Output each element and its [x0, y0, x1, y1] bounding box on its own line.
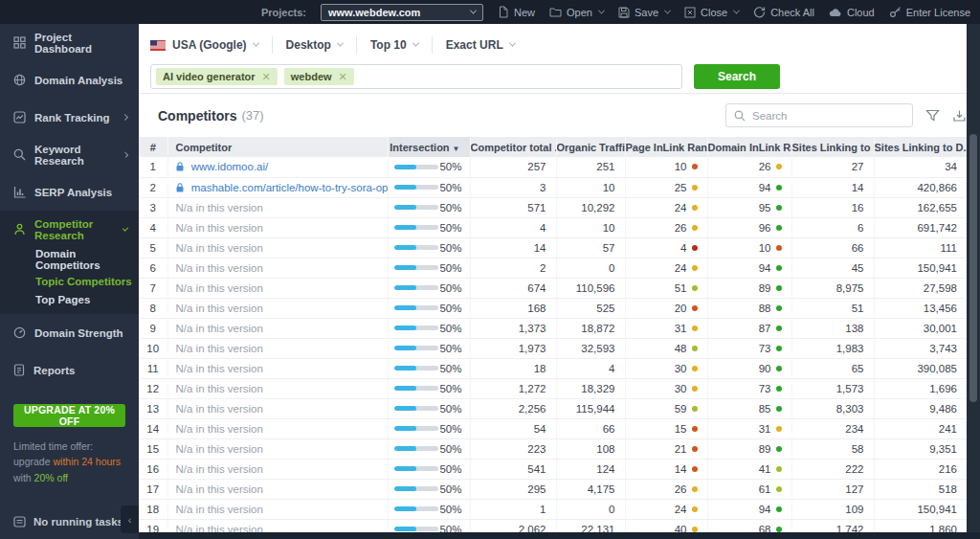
domain-rank-dot	[776, 506, 782, 512]
competitor-link[interactable]: N/a in this version	[176, 483, 263, 495]
organic-traffic-cell: 57	[556, 237, 625, 258]
save-button[interactable]: Save	[618, 7, 670, 18]
column-header-intersection[interactable]: Intersection▼	[388, 137, 470, 157]
table-row[interactable]: 13 N/a in this version 50% 2,256 115,944…	[139, 398, 967, 418]
table-row[interactable]: 15 N/a in this version 50% 223 108 21 89…	[139, 438, 967, 459]
competitor-link[interactable]: N/a in this version	[176, 282, 263, 294]
chevron-right-icon	[122, 114, 128, 121]
domain-rank-dot	[776, 305, 782, 311]
column-header-competitor[interactable]: Competitor	[167, 137, 388, 157]
table-row[interactable]: 4 N/a in this version 50% 4 10 26 96 6 6…	[139, 217, 967, 237]
sites-linking-domain-cell: 9,351	[874, 438, 967, 459]
intersection-cell: 50%	[388, 398, 470, 418]
sites-linking-domain-cell: 9,486	[874, 398, 967, 418]
competitor-link[interactable]: N/a in this version	[176, 363, 263, 374]
competitor-link[interactable]: N/a in this version	[176, 463, 263, 475]
competitor-link[interactable]: N/a in this version	[176, 443, 263, 455]
sidebar-collapse-handle[interactable]: ‹	[121, 505, 139, 533]
competitor-link[interactable]: N/a in this version	[176, 423, 263, 435]
sidebar-item-serp-analysis[interactable]: SERP Analysis	[0, 173, 139, 211]
column-header-domain-inlink-rank[interactable]: Domain InLink Ra...	[707, 137, 791, 157]
search-button[interactable]: Search	[694, 64, 780, 89]
sites-linking-page-cell: 1,573	[791, 378, 874, 398]
competitor-link[interactable]: N/a in this version	[176, 403, 263, 415]
competitor-link[interactable]: N/a in this version	[176, 202, 263, 213]
table-search[interactable]	[725, 103, 913, 127]
filter-device[interactable]: Desktop	[272, 36, 356, 54]
check-all-button[interactable]: Check All	[753, 6, 814, 18]
column-header-competitor-total[interactable]: Competitor total ...	[470, 137, 556, 157]
sidebar-item-domain-analysis[interactable]: Domain Analysis	[0, 61, 139, 99]
competitor-link[interactable]: N/a in this version	[176, 504, 263, 515]
cloud-button[interactable]: Cloud	[829, 7, 875, 18]
page-rank-dot	[692, 366, 698, 371]
sidebar-item-competitor-research[interactable]: Competitor Research	[0, 211, 139, 248]
table-row[interactable]: 3 N/a in this version 50% 571 10,292 24 …	[139, 197, 967, 217]
sidebar-item-topic-competitors[interactable]: Topic Competitors	[0, 270, 139, 292]
competitor-link[interactable]: N/a in this version	[176, 323, 263, 334]
competitor-link[interactable]: N/a in this version	[176, 303, 263, 314]
project-select[interactable]: www.webdew.com	[321, 4, 483, 21]
table-row[interactable]: 10 N/a in this version 50% 1,973 32,593 …	[139, 338, 967, 358]
table-search-input[interactable]	[752, 110, 904, 122]
competitor-link[interactable]: N/a in this version	[176, 262, 263, 274]
close-button[interactable]: Close	[684, 7, 739, 18]
table-row[interactable]: 12 N/a in this version 50% 1,272 18,329 …	[139, 378, 967, 398]
sidebar-item-project-dashboard[interactable]: Project Dashboard	[0, 24, 139, 61]
table-row[interactable]: 16 N/a in this version 50% 541 124 14 41…	[139, 459, 967, 479]
sites-linking-page-cell: 1,983	[791, 338, 874, 358]
sidebar-item-keyword-research[interactable]: Keyword Research	[0, 136, 139, 173]
table-row[interactable]: 2 mashable.com/article/how-to-try-sora-o…	[139, 177, 967, 197]
export-download-icon[interactable]	[952, 109, 967, 123]
competitor-link[interactable]: N/a in this version	[176, 222, 263, 234]
filter-top-results[interactable]: Top 10	[356, 36, 432, 54]
upgrade-button[interactable]: UPGRADE AT 20% OFF	[13, 404, 125, 427]
competitor-link[interactable]: N/a in this version	[176, 343, 263, 354]
sidebar-item-top-pages[interactable]: Top Pages	[0, 292, 139, 314]
competitor-link[interactable]: www.idomoo.ai/	[191, 161, 269, 172]
competitor-link[interactable]: mashable.com/article/how-to-try-sora-ope…	[191, 182, 388, 193]
remove-tag-icon[interactable]: ✕	[262, 71, 271, 83]
sites-linking-page-cell: 14	[791, 177, 874, 197]
table-row[interactable]: 8 N/a in this version 50% 168 525 20 88 …	[139, 298, 967, 318]
file-icon	[498, 6, 509, 18]
new-button[interactable]: New	[498, 6, 535, 18]
filter-search-engine[interactable]: USA (Google)	[150, 36, 272, 54]
table-row[interactable]: 6 N/a in this version 50% 2 0 24 94 45 1…	[139, 258, 967, 278]
table-row[interactable]: 7 N/a in this version 50% 674 110,596 51…	[139, 278, 967, 298]
column-header-sites-linking-domain[interactable]: Sites Linking to D...	[874, 137, 967, 157]
page-rank-dot	[692, 265, 698, 271]
competitor-link[interactable]: N/a in this version	[176, 383, 263, 394]
table-row[interactable]: 14 N/a in this version 50% 54 66 15 31 2…	[139, 418, 967, 438]
table-row[interactable]: 17 N/a in this version 50% 295 4,175 26 …	[139, 479, 967, 499]
chevron-down-icon	[412, 39, 419, 46]
table-row[interactable]: 9 N/a in this version 50% 1,373 18,872 3…	[139, 318, 967, 338]
column-header-page-inlink-rank[interactable]: Page InLink Rank	[625, 137, 707, 157]
enter-license-button[interactable]: Enter License	[889, 6, 970, 18]
filter-funnel-icon[interactable]	[925, 109, 940, 123]
sidebar-item-domain-competitors[interactable]: Domain Competitors	[0, 248, 139, 270]
column-header-index[interactable]: #	[139, 137, 167, 157]
domain-inlink-rank-cell: 10	[707, 237, 791, 258]
filter-url-mode[interactable]: Exact URL	[432, 36, 528, 54]
sidebar-item-domain-strength[interactable]: Domain Strength	[0, 314, 139, 351]
table-row[interactable]: 18 N/a in this version 50% 1 0 24 94 109…	[139, 499, 967, 519]
table-row[interactable]: 11 N/a in this version 50% 18 4 30 90 65…	[139, 358, 967, 378]
competitor-cell: N/a in this version	[167, 459, 388, 479]
scrollbar-thumb[interactable]	[969, 134, 977, 402]
column-header-organic-traffic[interactable]: Organic Traffic	[556, 137, 625, 157]
usa-flag-icon	[150, 40, 166, 51]
domain-inlink-rank-cell: 90	[707, 358, 791, 378]
row-number: 1	[139, 157, 167, 177]
intersection-cell: 50%	[388, 298, 470, 318]
sidebar-item-reports[interactable]: Reports	[0, 351, 139, 389]
keyword-input[interactable]: AI video generator ✕ webdew ✕	[150, 64, 682, 89]
open-button[interactable]: Open	[549, 7, 604, 18]
table-row[interactable]: 1 www.idomoo.ai/ 50% 257 251 10 26 27 34	[139, 157, 967, 177]
remove-tag-icon[interactable]: ✕	[339, 71, 347, 83]
column-header-sites-linking-page[interactable]: Sites Linking to P...	[791, 137, 874, 157]
competitor-link[interactable]: N/a in this version	[176, 242, 263, 254]
row-number: 14	[139, 418, 167, 438]
table-row[interactable]: 5 N/a in this version 50% 14 57 4 10 66 …	[139, 237, 967, 258]
sidebar-item-rank-tracking[interactable]: Rank Tracking	[0, 99, 139, 136]
